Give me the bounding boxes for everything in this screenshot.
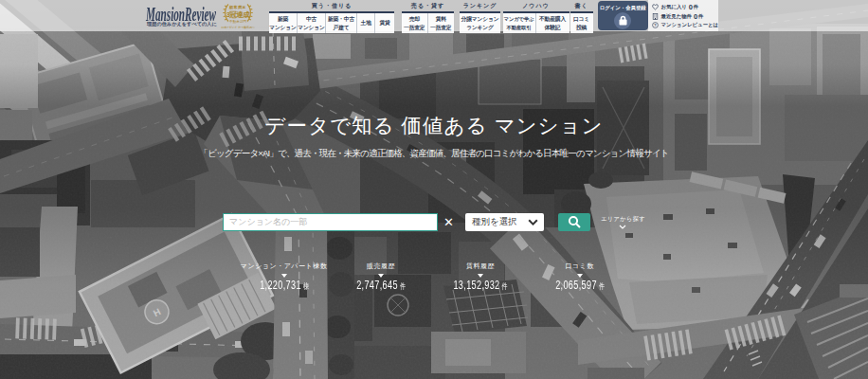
svg-text:日本ﾏｰｹﾃｨﾝｸﾞﾘｻｰﾁ機構調べ: 日本ﾏｰｹﾃｨﾝｸﾞﾘｻｰﾁ機構調べ: [221, 26, 255, 29]
svg-text:?: ?: [654, 24, 657, 27]
svg-text:3冠達成: 3冠達成: [226, 10, 251, 19]
svg-text:顧客満足: 顧客満足: [228, 5, 246, 9]
svg-text:〈 不動産部門 〉: 〈 不動産部門 〉: [225, 19, 250, 24]
